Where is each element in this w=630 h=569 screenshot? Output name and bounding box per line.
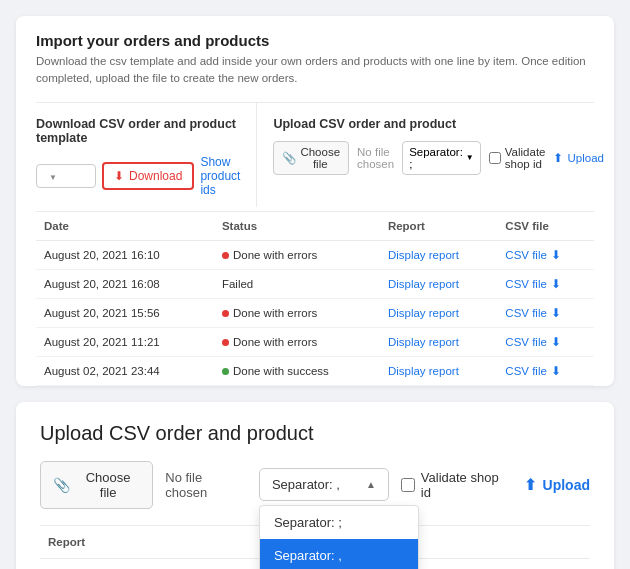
- choose-file-button-top[interactable]: 📎 Choose file: [273, 141, 349, 175]
- cell-csv[interactable]: CSV file ⬇: [497, 269, 594, 298]
- cell-csv[interactable]: CSV file ⬇: [497, 327, 594, 356]
- status-dot: [222, 310, 229, 317]
- upload-button-top[interactable]: ⬆ Upload: [553, 151, 603, 165]
- status-dot: [222, 368, 229, 375]
- table-row: August 20, 2021 15:56 Done with errors D…: [36, 298, 594, 327]
- report-link[interactable]: Display report: [388, 365, 459, 377]
- validate-checkbox-input-top[interactable]: [489, 152, 501, 164]
- chevron-up-icon: ▲: [366, 479, 376, 490]
- cell-csv[interactable]: CSV file ⬇: [497, 240, 594, 269]
- cell-status: Done with success: [214, 356, 380, 385]
- download-csv-icon: ⬇: [551, 306, 561, 320]
- upload-icon-top: ⬆: [553, 151, 563, 165]
- csv-link[interactable]: CSV file ⬇: [505, 277, 586, 291]
- upload-button[interactable]: ⬆ Upload: [524, 476, 590, 494]
- cell-report[interactable]: Display report: [380, 298, 497, 327]
- separator-dropdown-wrapper: Separator: , ▲ Separator: ; Separator: ,: [259, 468, 389, 501]
- attach-icon: 📎: [53, 477, 70, 493]
- cell-csv[interactable]: CSV file ⬇: [497, 356, 594, 385]
- report-link[interactable]: Display report: [388, 249, 459, 261]
- separator-button[interactable]: Separator: , ▲: [259, 468, 389, 501]
- download-csv-icon: ⬇: [551, 335, 561, 349]
- report-link[interactable]: Display report: [388, 278, 459, 290]
- cell-date: August 20, 2021 11:21: [36, 327, 214, 356]
- status-dot: [222, 339, 229, 346]
- validate-shop-id-checkbox[interactable]: [401, 478, 415, 492]
- download-section: Download CSV order and product template …: [36, 103, 257, 207]
- separator-select-top[interactable]: Separator: ; ▼: [402, 141, 481, 175]
- cell-status: Failed: [214, 269, 380, 298]
- cell-report[interactable]: Display report: [380, 240, 497, 269]
- top-card: Import your orders and products Download…: [16, 16, 614, 386]
- choose-file-button[interactable]: 📎 Choose file: [40, 461, 153, 509]
- cell-date: August 20, 2021 16:08: [36, 269, 214, 298]
- bottom-card-title: Upload CSV order and product: [40, 422, 590, 445]
- cell-date: August 20, 2021 16:10: [36, 240, 214, 269]
- no-file-label: No file chosen: [165, 470, 247, 500]
- report-link[interactable]: Display report: [388, 307, 459, 319]
- upload-section-top: Upload CSV order and product 📎 Choose fi…: [257, 103, 604, 207]
- download-csv-icon: ⬇: [551, 277, 561, 291]
- cell-csv[interactable]: CSV file ⬇: [497, 298, 594, 327]
- upload-arrow-icon: ⬆: [524, 476, 537, 494]
- col-csv: CSV file: [497, 212, 594, 241]
- upload-section-top-title: Upload CSV order and product: [273, 117, 604, 131]
- cell-status: Done with errors: [214, 298, 380, 327]
- download-button[interactable]: ⬇ Download: [102, 162, 194, 190]
- cell-date: August 20, 2021 15:56: [36, 298, 214, 327]
- attach-icon-top: 📎: [282, 151, 296, 165]
- two-col-layout: Download CSV order and product template …: [36, 102, 594, 207]
- separator-option-comma[interactable]: Separator: ,: [260, 539, 418, 569]
- top-card-title: Import your orders and products: [36, 32, 594, 49]
- csv-link[interactable]: CSV file ⬇: [505, 306, 586, 320]
- report-link[interactable]: Display report: [388, 336, 459, 348]
- table-row: August 20, 2021 16:10 Done with errors D…: [36, 240, 594, 269]
- csv-link[interactable]: CSV file ⬇: [505, 335, 586, 349]
- template-select[interactable]: [36, 164, 96, 188]
- col-status: Status: [214, 212, 380, 241]
- separator-dropdown-menu: Separator: ; Separator: ,: [259, 505, 419, 569]
- cell-status: Done with errors: [214, 327, 380, 356]
- show-product-ids-link[interactable]: Show product ids: [200, 155, 240, 197]
- status-dot: [222, 252, 229, 259]
- top-card-subtitle: Download the csv template and add inside…: [36, 53, 594, 88]
- download-csv-icon: ⬇: [551, 364, 561, 378]
- download-row: ⬇ Download Show product ids: [36, 155, 240, 197]
- history-table: Date Status Report CSV file August 20, 2…: [36, 212, 594, 386]
- table-row: August 02, 2021 23:44 Done with success …: [36, 356, 594, 385]
- bottom-card: Upload CSV order and product 📎 Choose fi…: [16, 402, 614, 570]
- cell-date: August 02, 2021 23:44: [36, 356, 214, 385]
- no-file-text-top: No file chosen: [357, 146, 394, 170]
- csv-link[interactable]: CSV file ⬇: [505, 248, 586, 262]
- cell-report[interactable]: Display report: [380, 356, 497, 385]
- cell-report[interactable]: Display report: [380, 327, 497, 356]
- col-date: Date: [36, 212, 214, 241]
- validate-checkbox-top: Validate shop id: [489, 146, 546, 170]
- csv-link[interactable]: CSV file ⬇: [505, 364, 586, 378]
- download-icon: ⬇: [114, 169, 124, 183]
- table-row: August 20, 2021 16:08 Failed Display rep…: [36, 269, 594, 298]
- download-csv-icon: ⬇: [551, 248, 561, 262]
- download-section-title: Download CSV order and product template: [36, 117, 240, 145]
- upload-row-top: 📎 Choose file No file chosen Separator: …: [273, 141, 604, 175]
- col-report: Report: [380, 212, 497, 241]
- upload-controls: 📎 Choose file No file chosen Separator: …: [40, 461, 590, 509]
- chevron-down-icon-top: ▼: [466, 153, 474, 162]
- separator-option-semicolon[interactable]: Separator: ;: [260, 506, 418, 539]
- cell-status: Done with errors: [214, 240, 380, 269]
- history-table-section: Date Status Report CSV file August 20, 2…: [36, 211, 594, 386]
- table-row: August 20, 2021 11:21 Done with errors D…: [36, 327, 594, 356]
- validate-block: Validate shop id: [401, 470, 512, 500]
- cell-report[interactable]: Display report: [380, 269, 497, 298]
